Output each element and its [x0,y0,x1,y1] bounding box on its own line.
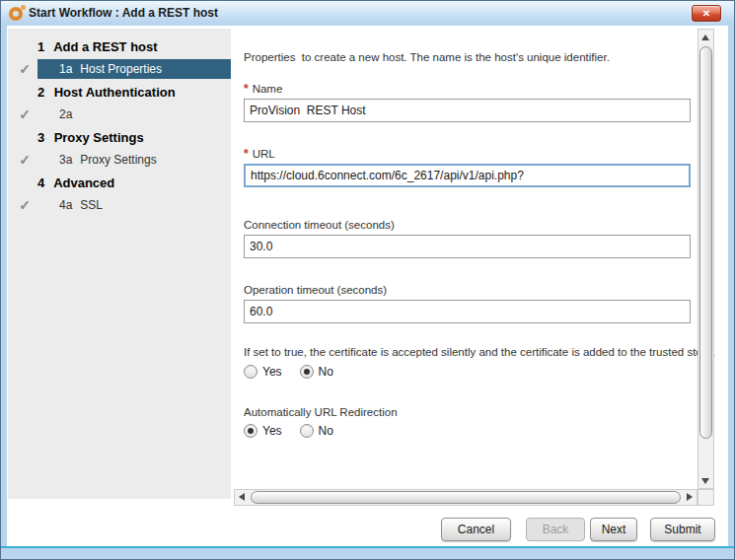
dialog-body: 1 Add a REST host ✓ 1a Host Properties 2… [7,26,728,546]
name-label: * Name [244,82,282,96]
scroll-left-button[interactable] [235,490,250,505]
orchestrator-logo-icon [9,5,26,22]
step-number: 4 [37,173,50,194]
step-header-2: 2 Host Authentication [8,82,231,105]
window-title: Start Workflow : Add a REST host [29,1,218,26]
redirect-yes-label: Yes [262,424,282,438]
redirect-no-radio[interactable] [300,424,314,438]
substep-number: 2a [59,105,77,124]
scroll-up-button[interactable] [698,30,713,44]
vertical-scrollbar[interactable] [698,29,714,489]
url-input[interactable] [244,164,691,187]
required-asterisk-icon: * [244,82,249,96]
vertical-scrollbar-thumb[interactable] [699,46,712,439]
url-label: * URL [244,147,275,161]
scroll-down-button[interactable] [698,473,713,488]
submit-button[interactable]: Submit [650,518,715,541]
substep-proxy-settings[interactable]: ✓ 3a Proxy Settings [8,150,231,173]
operation-timeout-label: Operation timeout (seconds) [244,284,387,296]
substep-label: Proxy Settings [80,153,156,167]
check-icon: ✓ [16,195,34,215]
redirect-no-label: No [319,424,333,438]
certificate-yes-radio[interactable] [244,365,257,379]
certificate-yes-label: Yes [262,365,282,379]
cancel-button[interactable]: Cancel [441,518,511,541]
check-icon: ✓ [16,150,34,170]
substep-ssl[interactable]: ✓ 4a SSL [8,195,231,218]
redirect-radio-group: Yes No [244,424,333,438]
host-properties-form: Properties to create a new host. The nam… [237,26,693,506]
close-icon: ✕ [702,8,710,19]
start-workflow-dialog: Start Workflow : Add a REST host ✕ 1 Add… [0,0,735,560]
next-button[interactable]: Next [590,518,637,541]
horizontal-scrollbar[interactable] [234,489,698,506]
name-input[interactable] [244,99,691,122]
workflow-steps-sidebar: 1 Add a REST host ✓ 1a Host Properties 2… [8,29,231,499]
redirect-yes-radio[interactable] [244,424,257,438]
back-button[interactable]: Back [526,518,585,541]
step-title: Host Authentication [54,85,176,100]
scroll-right-button[interactable] [682,490,697,505]
arrow-left-icon [239,493,245,501]
substep-number: 3a [59,150,77,170]
arrow-right-icon [687,493,693,501]
check-icon: ✓ [16,59,34,79]
orchestrator-dot-icon [21,5,26,10]
connection-timeout-input[interactable] [244,235,691,258]
step-header-3: 3 Proxy Settings [8,127,231,150]
step-number: 3 [37,127,50,149]
certificate-no-label: No [319,365,333,379]
arrow-up-icon [701,35,709,40]
scrollbar-corner [698,489,714,506]
check-icon: ✓ [16,105,34,124]
step-title: Add a REST host [53,39,157,54]
horizontal-scrollbar-thumb[interactable] [251,491,681,504]
substep-number: 1a [59,59,77,79]
titlebar[interactable]: Start Workflow : Add a REST host ✕ [1,1,734,26]
connection-timeout-label: Connection timeout (seconds) [244,219,395,231]
close-button[interactable]: ✕ [692,5,721,22]
step-header-1: 1 Add a REST host [8,36,231,59]
step-number: 1 [37,36,50,58]
substep-label: Host Properties [80,62,162,76]
step-title: Proxy Settings [54,130,144,145]
step-number: 2 [37,82,50,104]
certificate-description: If set to true, the certificate is accep… [244,346,715,358]
substep-host-properties[interactable]: ✓ 1a Host Properties [8,59,231,82]
step-title: Advanced [53,175,114,190]
form-description: Properties to create a new host. The nam… [244,51,610,63]
window-bottom-accent [1,546,734,548]
required-asterisk-icon: * [244,147,249,161]
substep-label: SSL [80,198,103,212]
substep-host-authentication[interactable]: ✓ 2a [8,105,231,127]
substep-number: 4a [59,195,77,215]
operation-timeout-input[interactable] [244,300,691,323]
certificate-radio-group: Yes No [244,365,333,379]
step-header-4: 4 Advanced [8,173,231,195]
arrow-down-icon [701,478,709,484]
redirect-label: Automatically URL Redirection [244,406,398,418]
certificate-no-radio[interactable] [300,365,314,379]
